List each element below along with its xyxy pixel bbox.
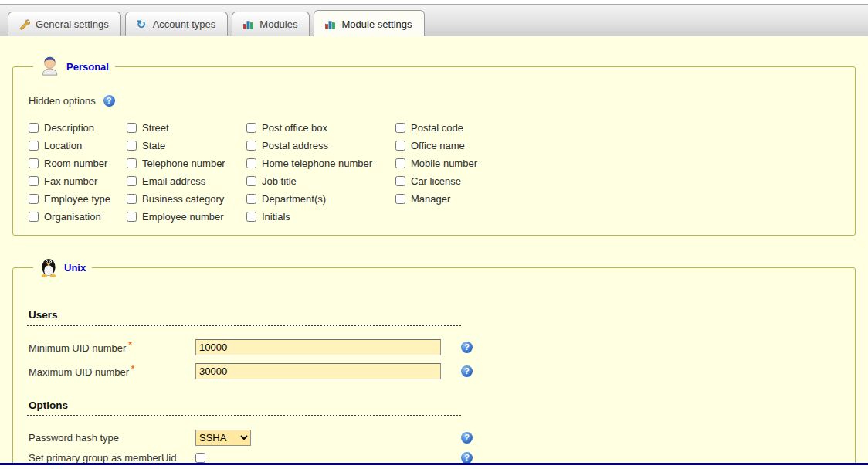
hidden-option-checkbox[interactable] — [29, 212, 39, 222]
hidden-option-checkbox[interactable] — [29, 194, 39, 204]
hidden-option[interactable]: Description — [29, 119, 127, 137]
section-options-header: Options — [27, 399, 461, 416]
hidden-option-checkbox[interactable] — [395, 141, 405, 151]
hidden-option-label: Initials — [262, 211, 290, 223]
tux-penguin-icon — [39, 256, 58, 280]
hidden-option-checkbox[interactable] — [246, 194, 256, 204]
hidden-option-label: Manager — [411, 193, 450, 205]
bottom-margin — [0, 465, 868, 469]
maximum-uid-label: Maximum UID number — [29, 366, 129, 378]
hidden-option-label: Post office box — [262, 122, 327, 134]
hidden-options-column: Description Location Room number Fax num… — [29, 119, 127, 226]
hidden-option[interactable]: Postal code — [395, 119, 477, 137]
hidden-option[interactable]: Fax number — [29, 172, 127, 190]
tab-module-settings[interactable]: Module settings — [314, 10, 424, 36]
hidden-option[interactable]: Initials — [246, 208, 395, 226]
hidden-option-checkbox[interactable] — [246, 158, 256, 168]
tab-modules[interactable]: Modules — [232, 12, 310, 36]
hidden-option-label: Street — [142, 122, 169, 134]
hidden-option[interactable]: Street — [127, 119, 246, 137]
tab-general-settings[interactable]: General settings — [8, 12, 121, 36]
hidden-options-column: Street State Telephone number Email addr… — [127, 119, 246, 226]
hidden-option-checkbox[interactable] — [29, 158, 39, 168]
hidden-options-label: Hidden options — [29, 95, 96, 107]
hidden-options-column: Postal code Office name Mobile number Ca… — [395, 119, 477, 226]
hidden-option-checkbox[interactable] — [127, 194, 137, 204]
hidden-option[interactable]: Office name — [395, 137, 477, 155]
help-icon[interactable]: ? — [103, 95, 115, 107]
hidden-option[interactable]: Mobile number — [395, 155, 477, 172]
help-icon[interactable]: ? — [461, 452, 473, 464]
field-label: Password hash type — [27, 432, 195, 444]
field-container — [195, 363, 450, 379]
hidden-option-label: Email address — [142, 175, 205, 187]
member-uid-checkbox[interactable] — [195, 453, 205, 463]
hidden-option[interactable]: Home telephone number — [246, 155, 395, 172]
unix-legend: Unix — [33, 256, 92, 280]
hidden-option[interactable]: Employee number — [127, 208, 246, 226]
password-hash-select[interactable]: SSHA — [195, 430, 251, 446]
hidden-option[interactable]: Job title — [246, 172, 395, 190]
personal-legend: Personal — [33, 55, 115, 78]
help-icon[interactable]: ? — [461, 342, 473, 353]
section-users-header: Users — [27, 309, 461, 326]
field-label: Maximum UID number* — [27, 364, 195, 378]
hidden-option-label: Mobile number — [411, 158, 477, 169]
maximum-uid-row: Maximum UID number* ? — [27, 362, 841, 379]
hidden-option-checkbox[interactable] — [127, 141, 137, 151]
hidden-option-label: Employee type — [44, 193, 110, 205]
hidden-options-column: Post office box Postal address Home tele… — [246, 119, 395, 226]
hidden-option[interactable]: Postal address — [246, 137, 395, 155]
minimum-uid-input[interactable] — [195, 339, 441, 355]
maximum-uid-input[interactable] — [195, 363, 441, 379]
hidden-option-checkbox[interactable] — [395, 123, 405, 133]
hidden-option[interactable]: Business category — [127, 190, 246, 208]
field-label: Minimum UID number* — [27, 340, 195, 354]
hidden-option-checkbox[interactable] — [127, 212, 137, 222]
required-marker: * — [128, 340, 131, 349]
hidden-option-checkbox[interactable] — [127, 123, 137, 133]
hidden-option-label: Postal code — [411, 122, 463, 134]
help-icon[interactable]: ? — [461, 365, 473, 377]
field-container — [195, 453, 450, 463]
tab-label: Module settings — [341, 19, 412, 30]
hidden-option-checkbox[interactable] — [246, 212, 256, 222]
section-title: Options — [29, 399, 68, 411]
hidden-option-label: Room number — [44, 158, 107, 169]
hidden-option-checkbox[interactable] — [29, 176, 39, 186]
wrench-icon — [18, 18, 30, 30]
hidden-option-checkbox[interactable] — [395, 176, 405, 186]
hidden-option[interactable]: Manager — [395, 190, 477, 208]
password-hash-label: Password hash type — [29, 432, 119, 444]
field-container — [195, 339, 450, 355]
hidden-option-checkbox[interactable] — [127, 158, 137, 168]
unix-legend-label: Unix — [64, 262, 86, 274]
minimum-uid-label: Minimum UID number — [29, 342, 126, 354]
hidden-option-checkbox[interactable] — [246, 176, 256, 186]
hidden-option[interactable]: Telephone number — [127, 155, 246, 172]
hidden-option[interactable]: Location — [29, 137, 127, 155]
tab-label: Modules — [259, 19, 297, 30]
hidden-option[interactable]: Department(s) — [246, 190, 395, 208]
hidden-option[interactable]: Post office box — [246, 119, 395, 137]
hidden-option-label: Telephone number — [142, 158, 225, 169]
personal-legend-label: Personal — [66, 61, 109, 73]
hidden-option-checkbox[interactable] — [395, 194, 405, 204]
tab-account-types[interactable]: ↻ Account types — [125, 12, 229, 36]
hidden-option-label: Office name — [411, 140, 465, 151]
hidden-option-label: Organisation — [44, 211, 101, 223]
hidden-option-checkbox[interactable] — [246, 141, 256, 151]
hidden-option[interactable]: Employee type — [29, 190, 127, 208]
hidden-option[interactable]: State — [127, 137, 246, 155]
hidden-option-checkbox[interactable] — [395, 158, 405, 168]
member-uid-label-text: Set primary group as memberUid — [29, 452, 176, 464]
hidden-option[interactable]: Organisation — [29, 208, 127, 226]
help-icon[interactable]: ? — [461, 432, 473, 444]
hidden-option[interactable]: Car license — [395, 172, 477, 190]
hidden-option[interactable]: Email address — [127, 172, 246, 190]
hidden-option-checkbox[interactable] — [29, 123, 39, 133]
hidden-option-checkbox[interactable] — [29, 141, 39, 151]
hidden-option-checkbox[interactable] — [127, 176, 137, 186]
hidden-option-checkbox[interactable] — [246, 123, 256, 133]
hidden-option[interactable]: Room number — [29, 155, 127, 172]
